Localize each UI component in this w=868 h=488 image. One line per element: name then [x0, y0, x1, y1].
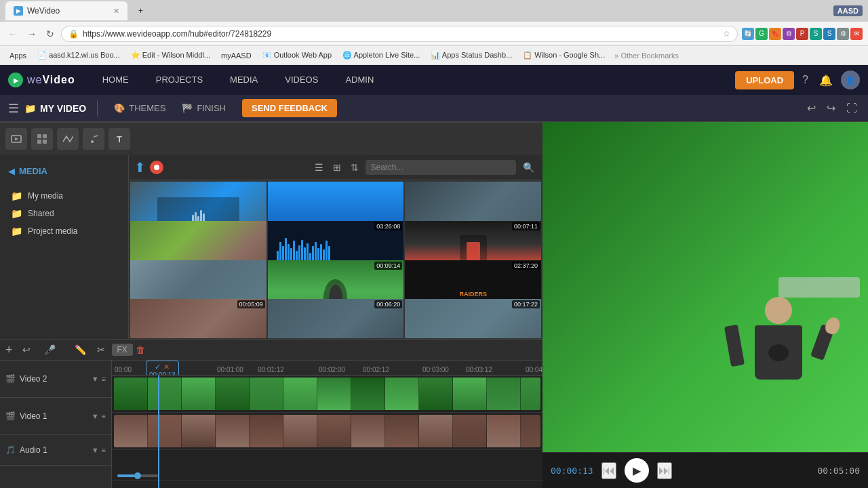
- help-icon[interactable]: ?: [800, 71, 811, 89]
- nav-admin[interactable]: ADMIN: [332, 65, 387, 95]
- ext-icon-3[interactable]: 🔖: [769, 28, 781, 40]
- scissors-icon[interactable]: ✂: [93, 342, 109, 357]
- nav-projects[interactable]: PROJECTS: [142, 65, 216, 95]
- tooltip-x-icon[interactable]: ✕: [163, 363, 170, 371]
- finish-button[interactable]: 🏁 FINISH: [176, 100, 231, 116]
- tab-favicon: ▶: [14, 6, 23, 16]
- timeline-track-video1[interactable]: [112, 413, 542, 450]
- tool-text-icon[interactable]: T: [108, 128, 130, 150]
- timeline-track-audio1[interactable]: [112, 450, 542, 481]
- forward-button[interactable]: →: [24, 26, 39, 42]
- bookmark-apps-status[interactable]: 📊 Apps Status Dashb...: [427, 49, 516, 61]
- ext-icon-2[interactable]: G: [755, 28, 768, 40]
- sidebar-item-shared[interactable]: 📁 Shared: [5, 205, 123, 222]
- nav-videos[interactable]: VIDEOS: [271, 65, 332, 95]
- timeline-track-video2[interactable]: [112, 375, 542, 413]
- person-body: [755, 325, 802, 380]
- undo-icon[interactable]: ↩: [804, 99, 818, 117]
- logo-text: weVideo: [27, 74, 75, 86]
- sidebar-header-text: MEDIA: [19, 166, 47, 176]
- bookmark-appleton[interactable]: 🌐 Appleton Live Site...: [338, 49, 424, 61]
- media-item-11[interactable]: 00:17:22: [405, 299, 541, 338]
- timeline-add-button[interactable]: +: [5, 343, 13, 357]
- tool-transition-icon[interactable]: [57, 128, 79, 150]
- ext-icon-6[interactable]: S: [810, 28, 822, 40]
- toolbar-divider-1: [97, 100, 98, 117]
- ruler-mark-3: 00:02:00: [319, 366, 345, 373]
- bookmark-edit[interactable]: ⭐ Edit - Wilson Middl...: [127, 49, 214, 61]
- address-bar[interactable]: 🔒 https://www.wevideoapp.com/hub#editor/…: [61, 26, 738, 42]
- ext-icon-7[interactable]: S: [823, 28, 835, 40]
- track1-dropdown-icon[interactable]: ▼: [92, 412, 99, 420]
- new-tab-button[interactable]: +: [130, 1, 151, 20]
- audio-dropdown-icon[interactable]: ▼: [92, 446, 99, 454]
- filter-icon[interactable]: ⊞: [330, 161, 344, 174]
- mic-icon[interactable]: 🎤: [40, 342, 60, 357]
- nav-media[interactable]: MEDIA: [216, 65, 271, 95]
- skip-back-button[interactable]: ⏮: [601, 462, 616, 479]
- media-search-input[interactable]: [366, 160, 517, 175]
- ruler-mark-2: 00:01:12: [258, 366, 284, 373]
- ext-icon-9[interactable]: ✉: [850, 28, 863, 40]
- volume-thumb[interactable]: [134, 472, 141, 479]
- sidebar-item-label-mymedia: My media: [28, 191, 63, 201]
- skip-forward-button[interactable]: ⏭: [657, 462, 672, 479]
- undo-timeline-icon[interactable]: ↩: [18, 342, 35, 357]
- themes-button[interactable]: 🎨 THEMES: [108, 100, 171, 116]
- video1-frames: [114, 415, 540, 447]
- bookmark-apps[interactable]: Apps: [5, 50, 31, 61]
- bookmark-aasd[interactable]: 📄 aasd.k12.wi.us Boo...: [33, 49, 124, 61]
- redo-icon[interactable]: ↪: [824, 99, 838, 117]
- tool-layout-icon[interactable]: [31, 128, 53, 150]
- ext-icon-1[interactable]: 🔄: [742, 28, 754, 40]
- ext-icon-8[interactable]: ⚙: [837, 28, 849, 40]
- send-feedback-button[interactable]: SEND FEEDBACK: [242, 99, 337, 117]
- wevideo-logo: ▶ weVideo: [8, 73, 75, 87]
- media-item-10[interactable]: 00:06:20: [268, 299, 404, 338]
- track-header-video1: 🎬 Video 1 ▼ ≡: [0, 398, 111, 435]
- toolbar-left: ☰ 📁 MY VIDEO 🎨 THEMES 🏁 FINISH SEND FEED…: [8, 99, 337, 117]
- tool-audio-icon[interactable]: [83, 128, 104, 150]
- delete-icon[interactable]: 🗑: [136, 344, 145, 355]
- star-icon[interactable]: ☆: [723, 29, 730, 39]
- media-item-9[interactable]: 00:05:09: [130, 299, 267, 338]
- ruler-mark-5: 00:03:00: [422, 366, 449, 373]
- back-button[interactable]: ←: [5, 26, 20, 42]
- track-dropdown-icon[interactable]: ▼: [92, 375, 99, 383]
- menu-hamburger-icon[interactable]: ☰: [8, 101, 19, 116]
- fullscreen-icon[interactable]: ⛶: [844, 100, 860, 117]
- video1-clip[interactable]: [114, 415, 540, 447]
- play-button[interactable]: ▶: [625, 458, 649, 483]
- search-icon[interactable]: 🔍: [520, 161, 537, 174]
- bookmark-outlook[interactable]: 📧 Outlook Web App: [258, 49, 336, 61]
- user-avatar[interactable]: 👤: [841, 70, 860, 89]
- more-bookmarks[interactable]: » Other Bookmarks: [614, 52, 679, 60]
- preview-scrubber[interactable]: [778, 277, 860, 298]
- fx-button[interactable]: FX: [112, 344, 133, 356]
- active-tab[interactable]: ▶ WeVideo ✕: [5, 1, 127, 20]
- sidebar-item-mymedia[interactable]: 📁 My media: [5, 187, 123, 205]
- media-upload-button[interactable]: ⬆: [134, 159, 146, 176]
- audio-menu-icon[interactable]: ≡: [102, 446, 106, 454]
- bookmark-myaasd[interactable]: myAASD: [217, 50, 256, 61]
- track-menu-icon[interactable]: ≡: [102, 375, 106, 383]
- tab-close-icon[interactable]: ✕: [113, 7, 119, 16]
- track1-menu-icon[interactable]: ≡: [102, 412, 106, 420]
- media-record-button[interactable]: [150, 161, 163, 174]
- notification-icon[interactable]: 🔔: [816, 71, 835, 89]
- pencil-icon[interactable]: ✏️: [71, 342, 90, 357]
- tool-media-icon[interactable]: [5, 128, 27, 150]
- back-arrow-icon[interactable]: ◀: [8, 166, 15, 176]
- upload-button[interactable]: UPLOAD: [735, 71, 794, 89]
- sort-icon[interactable]: ⇅: [348, 161, 361, 174]
- volume-slider[interactable]: [117, 474, 158, 477]
- nav-home[interactable]: HOME: [89, 65, 142, 95]
- bookmark-wilson[interactable]: 📋 Wilson - Google Sh...: [519, 49, 609, 61]
- refresh-button[interactable]: ↻: [43, 26, 57, 42]
- finish-label: FINISH: [197, 103, 226, 113]
- ext-icon-5[interactable]: P: [796, 28, 808, 40]
- ext-icon-4[interactable]: ⚙: [783, 28, 795, 40]
- sidebar-item-projectmedia[interactable]: 📁 Project media: [5, 222, 123, 240]
- list-view-icon[interactable]: ☰: [312, 161, 326, 174]
- video2-clip[interactable]: [114, 378, 540, 410]
